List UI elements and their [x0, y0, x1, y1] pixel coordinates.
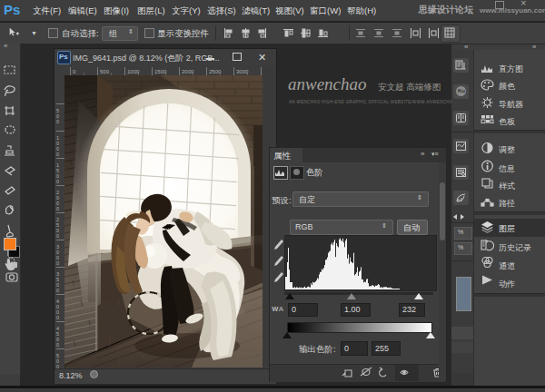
svg-text:1500: 1500 [154, 69, 167, 74]
svg-text:0: 0 [56, 179, 59, 184]
svg-text:2500: 2500 [209, 69, 222, 74]
svg-text:0: 0 [56, 288, 59, 293]
svg-text:0: 0 [56, 260, 59, 266]
svg-text:0: 0 [56, 233, 59, 239]
svg-text:0: 0 [56, 206, 59, 211]
svg-text:500: 500 [100, 69, 110, 74]
svg-text:0: 0 [56, 119, 59, 124]
svg-text:0: 0 [56, 342, 59, 348]
svg-text:0: 0 [56, 315, 59, 320]
svg-text:3000: 3000 [236, 69, 249, 74]
svg-text:0: 0 [73, 69, 76, 74]
svg-text:1000: 1000 [127, 69, 140, 74]
svg-text:0: 0 [56, 152, 59, 157]
svg-text:2000: 2000 [182, 69, 194, 74]
